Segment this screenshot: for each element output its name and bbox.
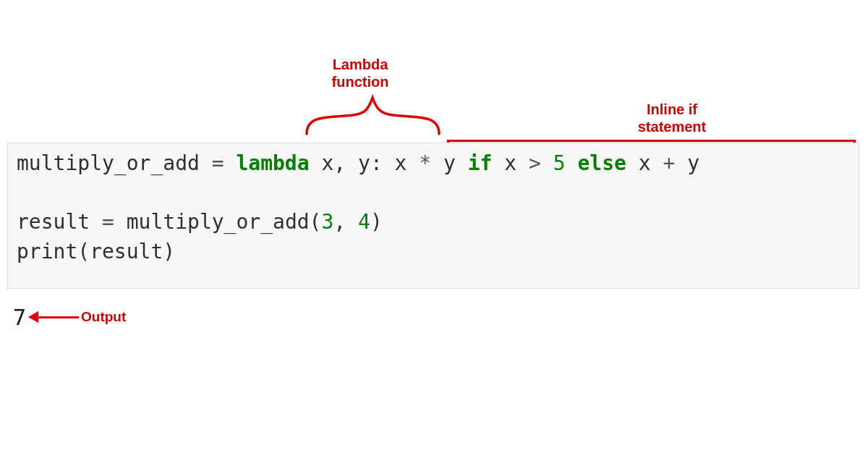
number-five: 5: [553, 151, 566, 175]
code-text: ): [370, 210, 383, 234]
equals-op: =: [212, 151, 224, 175]
code-text: ,: [333, 210, 358, 234]
code-text: print(result): [17, 240, 175, 263]
inline-if-annotation-label: Inline if statement: [621, 101, 723, 135]
plus-op: +: [663, 151, 676, 175]
code-text: x: [492, 151, 529, 175]
python-code-block: multiply_or_add = lambda x, y: x * y if …: [7, 143, 859, 289]
output-value: 7: [13, 305, 26, 330]
if-keyword: if: [468, 151, 493, 175]
arrow-left-icon: [30, 316, 79, 318]
code-text: [566, 151, 578, 175]
number-three: 3: [321, 210, 333, 234]
gt-op: >: [529, 151, 541, 175]
code-text: x, y: x: [310, 151, 420, 175]
number-four: 4: [358, 210, 370, 234]
lambda-keyword: lambda: [236, 151, 309, 175]
code-text: y: [675, 151, 699, 175]
code-text: [224, 151, 237, 175]
output-annotation-label: Output: [81, 309, 126, 325]
code-text: y: [431, 151, 468, 175]
lambda-brace-icon: [302, 92, 443, 137]
code-text: multiply_or_add: [17, 151, 212, 175]
code-text: [541, 151, 553, 175]
star-op: *: [419, 151, 431, 175]
else-keyword: else: [577, 151, 626, 175]
lambda-annotation-label: Lambda function: [317, 56, 404, 90]
equals-op: =: [102, 210, 114, 234]
code-text: x: [626, 151, 663, 175]
code-text: result: [17, 210, 102, 234]
code-text: multiply_or_add(: [114, 210, 322, 234]
